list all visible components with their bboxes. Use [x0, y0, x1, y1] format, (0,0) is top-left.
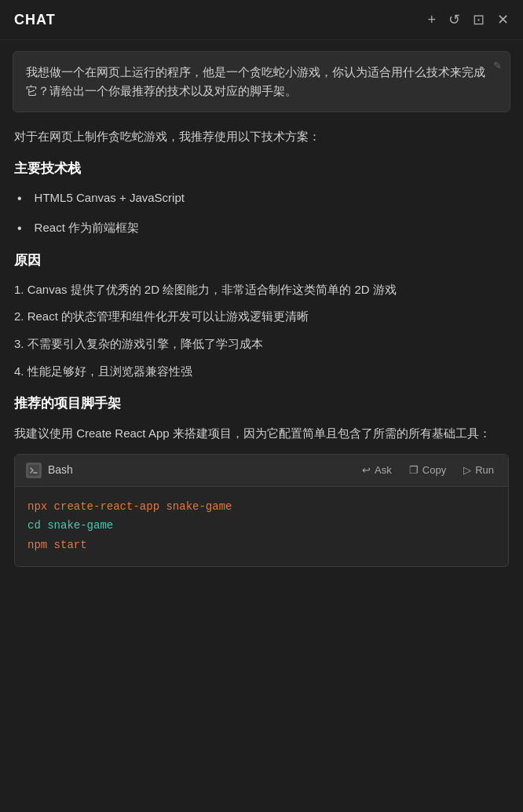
code-line-2: cd snake-game [27, 517, 496, 534]
ai-response: 对于在网页上制作贪吃蛇游戏，我推荐使用以下技术方案： 主要技术栈 HTML5 C… [0, 123, 523, 586]
code-block-header: Bash ↩ Ask ❐ Copy ▷ Run [15, 455, 508, 487]
bullet-item-2: React 作为前端框架 [35, 218, 139, 238]
reason-item-1: 1. Canvas 提供了优秀的 2D 绘图能力，非常适合制作这类简单的 2D … [14, 280, 509, 300]
code-block: Bash ↩ Ask ❐ Copy ▷ Run [14, 454, 509, 567]
user-message-text: 我想做一个在网页上运行的程序，他是一个贪吃蛇小游戏，你认为适合用什么技术来完成它… [26, 65, 485, 97]
bash-icon [26, 463, 42, 478]
ask-label: Ask [375, 464, 392, 476]
section3-heading: 推荐的项目脚手架 [14, 393, 509, 415]
header: CHAT + ↺ ⊡ ✕ [0, 0, 523, 40]
run-button[interactable]: ▷ Run [460, 463, 497, 477]
chat-title: CHAT [14, 12, 56, 28]
code-lang-label: Bash [48, 461, 73, 480]
copy-button[interactable]: ❐ Copy [406, 463, 449, 477]
recommend-text: 我建议使用 Create React App 来搭建项目，因为它配置简单且包含了… [14, 423, 509, 444]
history-icon[interactable]: ↺ [448, 11, 460, 28]
run-icon: ▷ [463, 464, 471, 476]
reason-item-3: 3. 不需要引入复杂的游戏引擎，降低了学习成本 [14, 335, 509, 354]
add-icon[interactable]: + [427, 12, 436, 28]
code-line-1: npx create-react-app snake-game [27, 498, 496, 515]
copy-icon: ❐ [409, 464, 419, 476]
section2-heading: 原因 [14, 250, 509, 272]
code-line-3: npm start [27, 536, 496, 554]
header-actions: + ↺ ⊡ ✕ [427, 11, 509, 28]
user-message: ✎ 我想做一个在网页上运行的程序，他是一个贪吃蛇小游戏，你认为适合用什么技术来完… [13, 51, 510, 112]
reason-item-2: 2. React 的状态管理和组件化开发可以让游戏逻辑更清晰 [14, 307, 509, 327]
run-label: Run [475, 464, 494, 476]
list-item: HTML5 Canvas + JavaScript [14, 188, 509, 209]
section1-heading: 主要技术栈 [14, 158, 509, 181]
expand-icon[interactable]: ⊡ [473, 11, 485, 28]
close-icon[interactable]: ✕ [497, 11, 509, 28]
list-item: React 作为前端框架 [14, 218, 509, 239]
reasons-list: 1. Canvas 提供了优秀的 2D 绘图能力，非常适合制作这类简单的 2D … [14, 280, 509, 382]
bullet-list: HTML5 Canvas + JavaScript React 作为前端框架 [14, 188, 509, 238]
code-block-actions: ↩ Ask ❐ Copy ▷ Run [359, 463, 497, 477]
chat-content: ✎ 我想做一个在网页上运行的程序，他是一个贪吃蛇小游戏，你认为适合用什么技术来完… [0, 40, 523, 812]
ask-button[interactable]: ↩ Ask [359, 463, 395, 477]
app-container: CHAT + ↺ ⊡ ✕ ✎ 我想做一个在网页上运行的程序，他是一个贪吃蛇小游戏… [0, 0, 523, 812]
response-intro: 对于在网页上制作贪吃蛇游戏，我推荐使用以下技术方案： [14, 126, 509, 147]
ask-icon: ↩ [362, 464, 371, 476]
bullet-item-1: HTML5 Canvas + JavaScript [35, 188, 185, 208]
code-lang: Bash [26, 461, 73, 480]
edit-icon[interactable]: ✎ [493, 58, 502, 75]
reason-item-4: 4. 性能足够好，且浏览器兼容性强 [14, 362, 509, 382]
copy-label: Copy [422, 464, 446, 476]
svg-rect-0 [28, 465, 39, 476]
code-body: npx create-react-app snake-game cd snake… [15, 487, 508, 566]
